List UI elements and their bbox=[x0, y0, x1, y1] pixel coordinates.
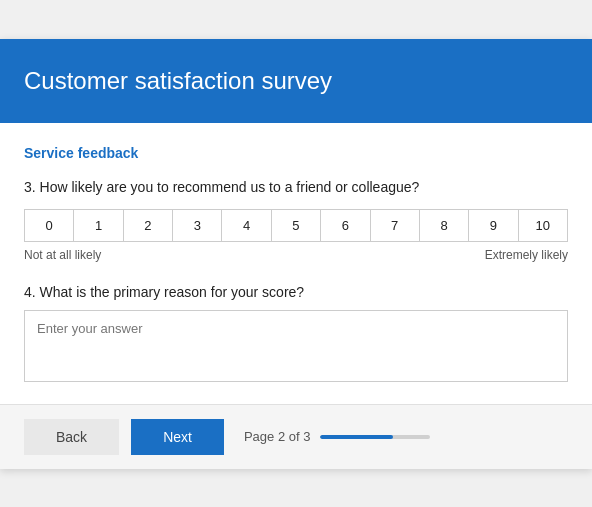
likert-8[interactable]: 8 bbox=[420, 210, 469, 241]
page-indicator: Page 2 of 3 bbox=[244, 429, 431, 444]
next-button[interactable]: Next bbox=[131, 419, 224, 455]
likert-1[interactable]: 1 bbox=[74, 210, 123, 241]
back-button[interactable]: Back bbox=[24, 419, 119, 455]
progress-bar-fill bbox=[320, 435, 393, 439]
likert-10[interactable]: 10 bbox=[519, 210, 567, 241]
likert-label-left: Not at all likely bbox=[24, 248, 101, 262]
likert-6[interactable]: 6 bbox=[321, 210, 370, 241]
likert-7[interactable]: 7 bbox=[371, 210, 420, 241]
survey-header: Customer satisfaction survey bbox=[0, 39, 592, 123]
likert-scale: 0 1 2 3 4 5 6 7 8 9 10 bbox=[24, 209, 568, 242]
survey-title: Customer satisfaction survey bbox=[24, 67, 568, 95]
answer-textarea[interactable] bbox=[24, 310, 568, 382]
likert-label-right: Extremely likely bbox=[485, 248, 568, 262]
survey-footer: Back Next Page 2 of 3 bbox=[0, 404, 592, 469]
likert-2[interactable]: 2 bbox=[124, 210, 173, 241]
survey-body: Service feedback 3. How likely are you t… bbox=[0, 123, 592, 404]
question-3-text: 3. How likely are you to recommend us to… bbox=[24, 179, 568, 195]
question-4-text: 4. What is the primary reason for your s… bbox=[24, 284, 568, 300]
likert-5[interactable]: 5 bbox=[272, 210, 321, 241]
likert-4[interactable]: 4 bbox=[222, 210, 271, 241]
likert-0[interactable]: 0 bbox=[25, 210, 74, 241]
progress-bar-container bbox=[320, 435, 430, 439]
survey-container: Customer satisfaction survey Service fee… bbox=[0, 39, 592, 469]
likert-9[interactable]: 9 bbox=[469, 210, 518, 241]
page-text: Page 2 of 3 bbox=[244, 429, 311, 444]
likert-labels: Not at all likely Extremely likely bbox=[24, 248, 568, 262]
section-title: Service feedback bbox=[24, 145, 568, 161]
likert-3[interactable]: 3 bbox=[173, 210, 222, 241]
